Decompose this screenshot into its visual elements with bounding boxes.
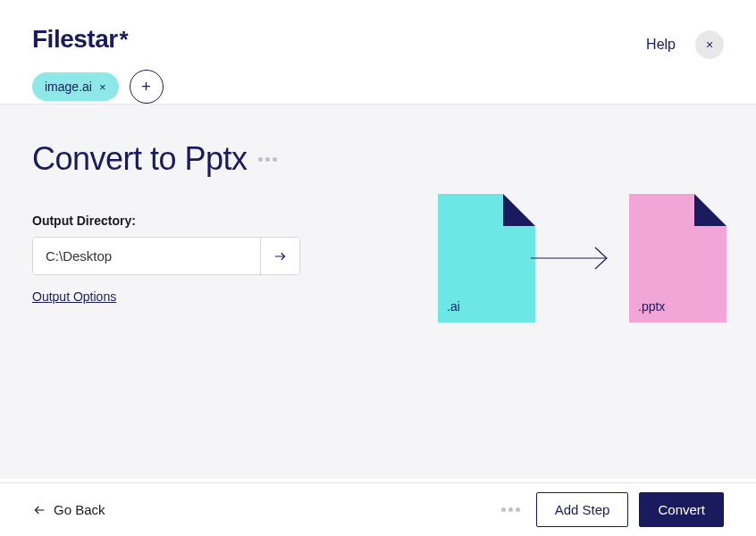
close-icon: × [706,38,713,52]
file-chip[interactable]: image.ai × [32,72,119,101]
add-step-button[interactable]: Add Step [536,492,629,527]
output-dir-label: Output Directory: [32,214,300,228]
arrow-right-icon [531,245,616,272]
footer-more-icon[interactable] [501,507,520,512]
convert-button[interactable]: Convert [639,492,724,527]
go-back-button[interactable]: Go Back [32,502,105,517]
title-more-icon[interactable] [258,157,277,162]
help-link[interactable]: Help [646,37,676,53]
arrow-left-icon [32,503,46,517]
remove-file-icon[interactable]: × [99,80,106,94]
target-file-card: .pptx [629,194,727,322]
arrow-right-icon [273,248,289,264]
plus-icon: + [141,78,151,96]
source-file-card: .ai [438,194,535,322]
go-back-label: Go Back [54,502,105,517]
app-logo: Filestar* [32,25,164,54]
output-options-link[interactable]: Output Options [32,289,116,304]
add-file-button[interactable]: + [130,70,164,104]
conversion-preview: .ai .pptx [438,194,727,322]
source-file-ext: .ai [447,299,460,314]
browse-button[interactable] [260,238,299,274]
file-chip-label: image.ai [45,80,92,94]
close-app-button[interactable]: × [695,30,724,59]
page-title: Convert to Pptx [32,140,248,178]
output-dir-input[interactable] [33,238,260,274]
target-file-ext: .pptx [638,299,665,314]
